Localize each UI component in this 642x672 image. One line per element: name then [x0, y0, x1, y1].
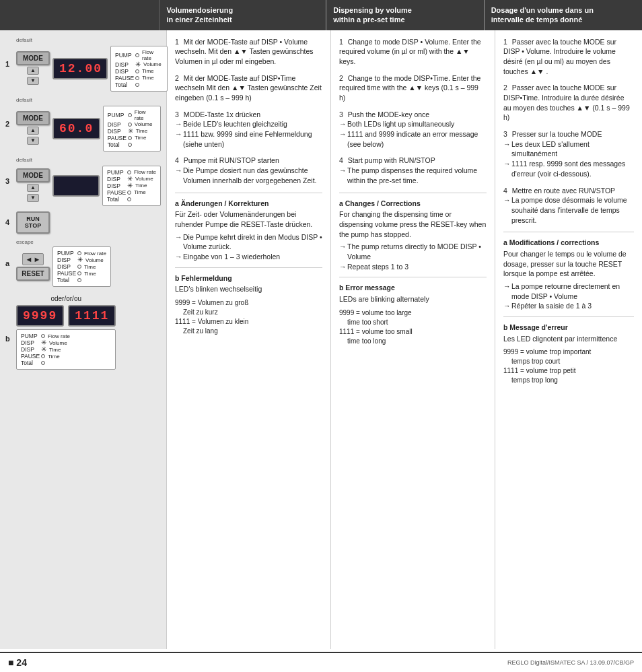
section-a-de: a Änderungen / Korrekturen Für Zeit- ode…: [175, 193, 322, 262]
status-b: PUMPFlow rate DISP✳Volume DISP✳Time PAUS…: [16, 329, 116, 370]
step-3-arrow-1-fr: Les deux LED s'allument simultanément: [503, 139, 634, 159]
step-text-2-fr: Passer avec la touche MODE sur DISP•Time…: [503, 83, 630, 121]
device-number-2: 2: [5, 120, 9, 128]
step-text-2-en: Change to the mode DISP•Time. Enter the …: [339, 74, 480, 102]
pause-led-b: [41, 354, 45, 358]
step-text-4-en: Start pump with RUN/STOP: [348, 156, 435, 164]
section-a-arrow-1-de: Die Pumpe kehrt direkt in den Modus DISP…: [175, 232, 322, 252]
section-a-fr: a Modifications / corrections Pour chang…: [503, 232, 634, 311]
step-text-3-en: Push the MODE-key once: [348, 110, 429, 119]
device-number-a: a: [5, 259, 9, 267]
section-b-fr: b Message d'erreur Les LED clignotent pa…: [503, 316, 634, 385]
error-codes-fr: 9999 = volume trop important temps trop …: [503, 347, 634, 385]
mode-button-2[interactable]: MODE: [16, 111, 50, 125]
default-label-2: default: [16, 97, 32, 103]
error-codes-de: 9999 = Volumen zu groß Zeit zu kurz 1111…: [175, 298, 322, 336]
total-led-3: [127, 197, 131, 201]
section-a-text-fr: Pour changer le temps ou le volume de do…: [503, 249, 634, 279]
step-4-arrow-1-de: Die Pumpe dosiert nun das gewünschte Vol…: [175, 166, 322, 185]
total-led-1: [135, 83, 139, 87]
section-a-arrow-2-en: Repeat steps 1 to 3: [339, 262, 487, 272]
device-row-a: a escape ◄► RESET PUMPFlow rate DISP✳Vol…: [5, 239, 161, 287]
up-arrow-1[interactable]: ▲: [27, 67, 39, 75]
footer-info: REGLO Digital/ISMATEC SA / 13.09.07/CB/G…: [507, 659, 634, 666]
section-b-en: b Error message LEDs are blinking altern…: [339, 277, 487, 345]
device-row-1: 1 default MODE ▲ ▼ 12.00 PUMP: [5, 37, 161, 92]
error-1111-2-en: time too long: [339, 337, 487, 346]
step-1-fr: 1 Passer avec la touche MODE sur DISP • …: [503, 37, 634, 77]
up-arrow-2[interactable]: ▲: [27, 127, 39, 135]
section-a-arrow-2-fr: Répéter la saisie de 1 à 3: [503, 301, 634, 311]
step-1-en: 1 Change to mode DISP • Volume. Enter th…: [339, 37, 487, 67]
header-col-2: Dispensing by volume within a pre-set ti…: [326, 0, 484, 30]
error-1111-2-de: Zeit zu lang: [175, 327, 322, 336]
step-3-arrow-1-de: Beide LED's leuchten gleichzeitig: [175, 119, 322, 129]
header-col-1: Volumendosierung in einer Zeiteinheit: [159, 0, 326, 30]
up-arrow-3[interactable]: ▲: [27, 184, 39, 192]
disp-led-a: ✳: [77, 257, 83, 263]
section-a-arrow-1-fr: La pompe retourne directement en mode DI…: [503, 281, 634, 301]
down-arrow-3[interactable]: ▼: [27, 194, 39, 202]
pump-led-a: [77, 251, 81, 255]
step-text-3-de: MODE-Taste 1x drücken: [184, 110, 260, 119]
step-text-1-de: Mit der MODE-Taste auf DISP • Volume wec…: [175, 38, 314, 65]
section-b-text-de: LED's blinken wechselseitig: [175, 284, 322, 294]
down-arrow-1[interactable]: ▼: [27, 77, 39, 85]
left-panel: 1 default MODE ▲ ▼ 12.00 PUMP: [0, 30, 167, 649]
error-9999-2-en: time too short: [339, 318, 487, 327]
mode-button-3[interactable]: MODE: [16, 168, 50, 182]
total-led-a: [77, 278, 81, 282]
section-a-arrow-1-en: The pump returns directly to MODE DISP •…: [339, 242, 487, 261]
step-4-de: 4 Pumpe mit RUN/STOP starten Die Pumpe d…: [175, 156, 322, 185]
step-4-fr: 4 Mettre en route avec RUN/STOP La pompe…: [503, 186, 634, 226]
device-row-b: b oder/or/ou 9999 1111 PUMPFlow rate DIS…: [5, 292, 161, 370]
reset-button[interactable]: RESET: [16, 267, 50, 281]
footer: ■ 24 REGLO Digital/ISMATEC SA / 13.09.07…: [0, 652, 642, 672]
escape-label: escape: [16, 239, 34, 245]
error-9999-en: 9999 = volume too large: [339, 308, 487, 318]
error-1111-de: 1111 = Volumen zu klein: [175, 317, 322, 327]
oder-text: oder/or/ou: [16, 295, 116, 302]
disp-led-2: [128, 123, 132, 127]
mode-button-1[interactable]: MODE: [16, 51, 50, 65]
step-3-arrow-2-de: 1111 bzw. 9999 sind eine Fehlermeldung (…: [175, 129, 322, 149]
device-row-2: 2 default MODE ▲ ▼ 60.0 PUMPF: [5, 97, 161, 152]
device-row-4: 4 RUNSTOP: [5, 211, 161, 234]
section-a-label-fr: a Modifications / corrections: [503, 238, 634, 248]
header-subtitle-3: intervalle de temps donné: [491, 15, 583, 24]
disp2-led-b: ✳: [41, 346, 46, 353]
section-a-label-de: a Änderungen / Korrekturen: [175, 199, 322, 209]
step-num-1-de: 1: [175, 37, 179, 47]
error-9999-2-fr: temps trop court: [503, 357, 634, 366]
step-num-2-de: 2: [175, 73, 179, 83]
error-1111-fr: 1111 = volume trop petit: [503, 366, 634, 376]
arrow-left-right-btn[interactable]: ◄►: [22, 253, 44, 265]
section-b-de: b Fehlermeldung LED's blinken wechselsei…: [175, 267, 322, 336]
section-b-text-en: LEDs are blinking alternately: [339, 294, 487, 304]
device-row-3: 3 default MODE ▲ ▼ PUMPFlow: [5, 157, 161, 206]
section-a-en: a Changes / Corrections For changing the…: [339, 193, 487, 272]
error-1111-en: 1111 = volume too small: [339, 327, 487, 337]
device-number-4: 4: [5, 218, 9, 226]
step-4-en: 4 Start pump with RUN/STOP The pump disp…: [339, 156, 487, 185]
display-3: [52, 175, 100, 197]
disp-led-1: ✳: [135, 61, 141, 68]
step-num-1-fr: 1: [503, 37, 507, 47]
run-stop-button[interactable]: RUNSTOP: [16, 211, 50, 234]
header-title-3: Dosage d'un volume dans un: [491, 6, 594, 14]
step-num-3-en: 3: [339, 110, 343, 120]
display-1: 12.00: [52, 58, 108, 79]
header-title-2: Dispensing by volume: [333, 6, 412, 14]
step-1-de: 1 Mit der MODE-Taste auf DISP • Volume w…: [175, 37, 322, 67]
pause-led-3: [127, 191, 131, 195]
down-arrow-2[interactable]: ▼: [27, 137, 39, 145]
page-container: Volumendosierung in einer Zeiteinheit Di…: [0, 0, 642, 672]
pump-led-b: [41, 334, 45, 338]
status-3: PUMPFlow rate DISP✳Volume DISP✳Time PAUS…: [102, 166, 161, 206]
step-3-arrow-2-en: 1111 and 9999 indicate an error message …: [339, 129, 487, 149]
status-1: PUMPFlow rate DISP✳Volume DISPTime PAUSE…: [110, 46, 168, 92]
error-codes-en: 9999 = volume too large time too short 1…: [339, 308, 487, 346]
header-title-1: Volumendosierung: [166, 6, 233, 14]
pump-led-2: [128, 113, 132, 117]
step-4-arrow-1-en: The pump dispenses the required volume w…: [339, 166, 487, 185]
